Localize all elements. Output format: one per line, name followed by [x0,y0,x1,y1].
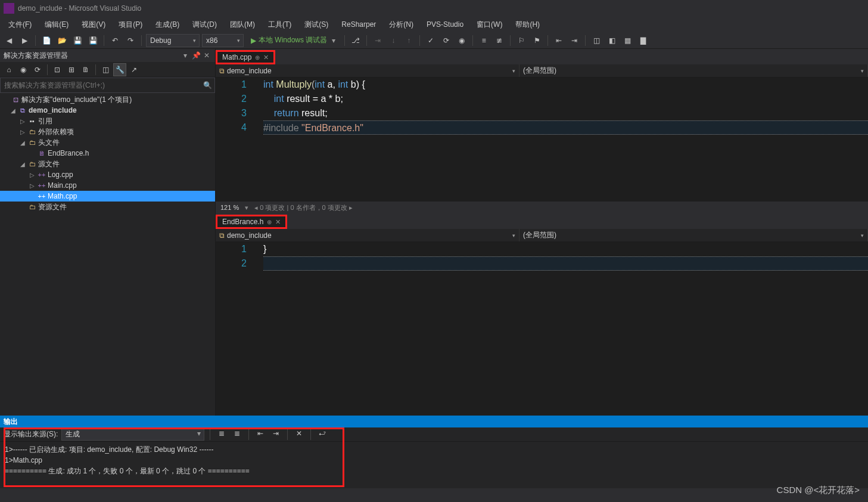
tree-project[interactable]: ◢⧉demo_include [0,105,215,116]
toolbar-icon[interactable]: ⟳ [440,34,453,47]
toolbar-icon[interactable]: ◉ [17,63,30,76]
new-project-icon[interactable]: 📄 [40,34,53,47]
tree-references[interactable]: ▷▪▪引用 [0,116,215,126]
clear-icon[interactable]: ✕ [293,429,305,440]
refresh-icon[interactable]: ⟳ [31,63,44,76]
nav-back-icon[interactable]: ◀ [2,34,15,47]
platform-dropdown[interactable]: x86 [202,34,244,47]
tab-endbrance-h[interactable]: EndBrance.h ⊕ ✕ [216,215,287,229]
open-icon[interactable]: 📂 [55,34,69,47]
code-editor-1[interactable]: 1234 int Multuply(int a, int b) { int re… [216,78,868,202]
uncomment-icon[interactable]: ≢ [493,34,506,47]
close-icon[interactable]: ✕ [202,51,211,60]
indent-icon[interactable]: ⇤ [552,34,565,47]
menu-project[interactable]: 项目(P) [113,18,148,32]
zoom-level[interactable]: 121 % [220,204,239,211]
toolbar-icon[interactable]: ◫ [99,63,112,76]
nav-fwd-icon[interactable]: ▶ [18,34,31,47]
toolbar-icon[interactable]: ⚑ [530,34,543,47]
tab-math-cpp[interactable]: Math.cpp ⊕ ✕ [216,50,275,64]
toolbar-icon[interactable]: ⇤ [254,429,266,440]
tree-file-log[interactable]: ▷++Log.cpp [0,169,215,180]
tree-source-files[interactable]: ◢🗀源文件 [0,159,215,169]
search-input[interactable] [1,81,200,89]
menu-edit[interactable]: 编辑(E) [39,18,74,32]
toolbar-icon[interactable]: ▦ [621,34,634,47]
menu-view[interactable]: 视图(V) [76,18,111,32]
comment-icon[interactable]: ≡ [477,34,490,47]
pin-icon[interactable]: ⊕ [267,219,272,225]
tree-file-endbrance[interactable]: 🗎EndBrance.h [0,148,215,159]
bookmark-icon[interactable]: ⚐ [515,34,528,47]
menu-analyze[interactable]: 分析(N) [383,18,419,32]
explorer-search[interactable]: 🔍 [0,78,215,93]
home-icon[interactable]: ⌂ [2,63,15,76]
pin-icon[interactable]: 📌 [191,51,201,60]
properties-icon[interactable]: 🔧 [113,63,126,76]
scope-global-dropdown[interactable]: (全局范围) [519,64,868,77]
code-lines[interactable]: } [261,242,868,416]
menubar: 文件(F) 编辑(E) 视图(V) 项目(P) 生成(B) 调试(D) 团队(M… [0,17,868,32]
search-icon[interactable]: 🔍 [200,81,214,89]
toolbar-icon[interactable]: ▇ [636,34,649,47]
editor-status-1: 121 %▾ ◂ 0 项更改 | 0 名作者，0 项更改 ▸ [216,202,868,213]
menu-build[interactable]: 生成(B) [150,18,185,32]
menu-resharper[interactable]: ReSharper [335,18,382,30]
toolbar-icon[interactable]: ◉ [455,34,468,47]
tree-file-main[interactable]: ▷++Main.cpp [0,180,215,191]
menu-team[interactable]: 团队(M) [224,18,261,32]
tree-file-math[interactable]: ++Math.cpp [0,191,215,202]
menu-file[interactable]: 文件(F) [2,18,38,32]
step-out-icon: ↑ [402,34,415,47]
outdent-icon[interactable]: ⇥ [568,34,581,47]
toolbar-icon[interactable]: ✓ [424,34,437,47]
code-editor-2[interactable]: 12 } [216,242,868,416]
solution-explorer: 解决方案资源管理器 ▾📌✕ ⌂ ◉ ⟳ ⊡ ⊞ 🗎 ◫ 🔧 ↗ 🔍 ⊡解决方案"… [0,49,216,416]
separator [210,429,210,440]
menu-help[interactable]: 帮助(H) [509,18,546,32]
menu-tools[interactable]: 工具(T) [262,18,297,32]
tree-solution[interactable]: ⊡解决方案"demo_include"(1 个项目) [0,94,215,105]
step-over-icon: ⇥ [371,34,384,47]
menu-debug[interactable]: 调试(D) [186,18,223,32]
output-header[interactable]: 输出 [0,416,868,427]
redo-icon[interactable]: ↷ [124,34,137,47]
scope-project-dropdown[interactable]: ⧉demo_include [216,64,519,77]
scope-global-dropdown[interactable]: (全局范围) [519,229,868,241]
config-dropdown[interactable]: Debug [146,34,200,47]
nav-bar-2: ⧉demo_include (全局范围) [216,229,868,242]
close-icon[interactable]: ✕ [263,54,269,61]
toolbar-icon[interactable]: ≣ [231,429,243,440]
menu-test[interactable]: 测试(S) [298,18,334,32]
show-all-icon[interactable]: 🗎 [79,63,92,76]
scope-project-dropdown[interactable]: ⧉demo_include [216,229,519,241]
tree-external-deps[interactable]: ▷🗀外部依赖项 [0,126,215,137]
menu-window[interactable]: 窗口(W) [471,18,508,32]
code-lines[interactable]: int Multuply(int a, int b) { int result … [261,78,868,202]
toolbar-icon[interactable]: ⇥ [270,429,282,440]
save-icon[interactable]: 💾 [71,34,84,47]
pin-icon[interactable]: ⊕ [255,54,260,61]
tree-header-files[interactable]: ◢🗀头文件 [0,137,215,148]
output-body[interactable]: 1>------ 已启动生成: 项目: demo_include, 配置: De… [0,442,868,488]
output-source-dropdown[interactable]: 生成 [61,428,204,441]
menu-pvs[interactable]: PVS-Studio [421,18,469,30]
line-gutter: 1234 [216,78,254,202]
separator [104,35,104,46]
changes-status: ◂ 0 项更改 | 0 名作者，0 项更改 ▸ [254,203,353,212]
toolbar-icon[interactable]: ↗ [127,63,141,76]
output-toolbar: 显示输出来源(S): 生成 ≣ ≣ ⇤ ⇥ ✕ ⮐ [0,427,868,442]
toolbar-icon[interactable]: ◫ [590,34,603,47]
toolbar-icon[interactable]: ≣ [216,429,228,440]
toolbar-icon[interactable]: ◧ [605,34,618,47]
undo-icon[interactable]: ↶ [108,34,122,47]
tree-resource-files[interactable]: 🗀资源文件 [0,202,215,212]
toolbar-icon[interactable]: ⊡ [51,63,64,76]
wrap-icon[interactable]: ⮐ [316,429,328,440]
toolbar-icon[interactable]: ⊞ [65,63,78,76]
dropdown-icon[interactable]: ▾ [181,51,190,60]
toolbar-icon[interactable]: ⎇ [349,34,362,47]
save-all-icon[interactable]: 💾 [86,34,99,47]
close-icon[interactable]: ✕ [275,218,281,226]
start-debug-button[interactable]: ▶本地 Windows 调试器▾ [246,34,340,47]
